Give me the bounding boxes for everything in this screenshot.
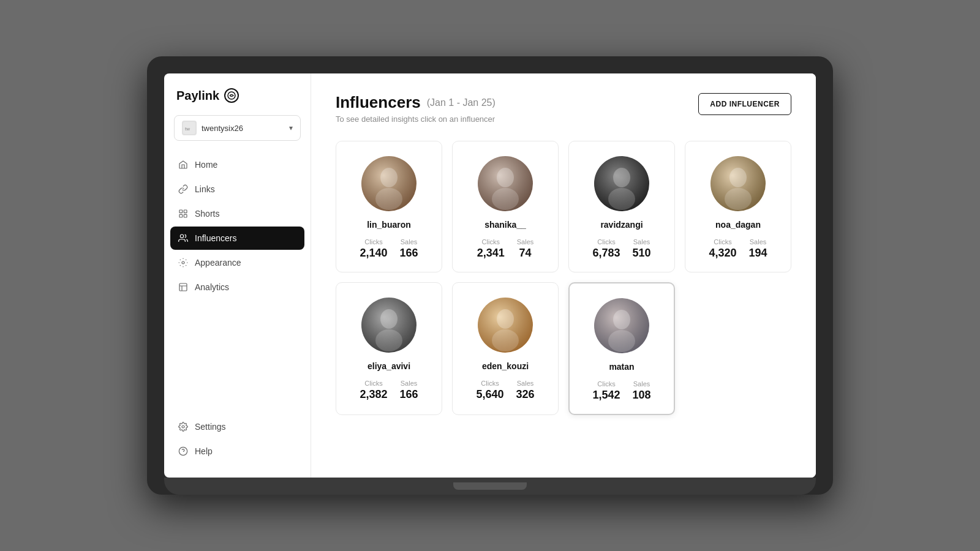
svg-text:tw: tw xyxy=(185,126,190,132)
influencer-avatar xyxy=(361,298,417,353)
date-range: (Jan 1 - Jan 25) xyxy=(427,97,496,108)
clicks-label: Clicks xyxy=(364,380,382,387)
svg-point-28 xyxy=(497,309,514,329)
influencer-name: ravidzangi xyxy=(600,220,643,230)
appearance-icon xyxy=(178,257,189,268)
influencer-stats: Clicks 1,542 Sales 108 xyxy=(579,380,664,402)
sidebar-item-appearance[interactable]: Appearance xyxy=(170,251,304,274)
influencer-name: matan xyxy=(609,362,634,372)
clicks-value: 2,140 xyxy=(360,247,387,260)
sidebar: Paylink tw twentysix26 ▾ xyxy=(164,73,311,478)
page-subtitle: To see detailed insights click on an inf… xyxy=(336,114,496,124)
clicks-stat: Clicks 2,341 xyxy=(477,238,505,260)
clicks-value: 2,382 xyxy=(360,388,387,401)
add-influencer-button[interactable]: ADD INFLUENCER xyxy=(698,93,791,115)
sales-stat: Sales 326 xyxy=(516,380,535,401)
influencer-name: lin_buaron xyxy=(367,220,411,230)
influencer-card[interactable]: matan Clicks 1,542 Sales 108 xyxy=(568,282,675,415)
chevron-down-icon: ▾ xyxy=(289,124,293,132)
influencer-card[interactable]: eliya_avivi Clicks 2,382 Sales 166 xyxy=(336,282,442,415)
influencer-avatar xyxy=(594,156,649,211)
svg-point-7 xyxy=(180,234,183,238)
sidebar-item-settings[interactable]: Settings xyxy=(170,415,304,438)
svg-point-17 xyxy=(492,188,519,210)
influencer-stats: Clicks 4,320 Sales 194 xyxy=(695,238,781,260)
logo-icon xyxy=(224,88,239,103)
sales-value: 166 xyxy=(400,388,418,401)
sidebar-bottom: Settings Help xyxy=(164,415,311,463)
sales-label: Sales xyxy=(750,238,767,246)
sales-stat: Sales 108 xyxy=(633,380,651,402)
grid-icon xyxy=(178,208,189,219)
sidebar-item-help[interactable]: Help xyxy=(170,440,304,463)
svg-rect-6 xyxy=(184,214,187,217)
sales-value: 510 xyxy=(633,247,651,260)
influencer-card[interactable]: eden_kouzi Clicks 5,640 Sales 326 xyxy=(452,282,559,415)
sales-stat: Sales 166 xyxy=(400,238,418,260)
influencer-card[interactable]: lin_buaron Clicks 2,140 Sales 166 xyxy=(336,141,442,272)
sales-value: 166 xyxy=(400,247,418,260)
sales-stat: Sales 510 xyxy=(633,238,651,260)
svg-rect-4 xyxy=(184,210,187,213)
influencer-card[interactable]: ravidzangi Clicks 6,783 Sales 510 xyxy=(568,141,675,272)
main-content: Influencers (Jan 1 - Jan 25) To see deta… xyxy=(311,73,816,478)
sales-value: 74 xyxy=(519,247,532,260)
logo: Paylink xyxy=(164,88,311,115)
users-icon xyxy=(178,233,189,244)
page-title: Influencers (Jan 1 - Jan 25) xyxy=(336,93,496,112)
influencer-card[interactable]: noa_dagan Clicks 4,320 Sales 194 xyxy=(685,141,791,272)
sidebar-item-shorts-label: Shorts xyxy=(195,209,219,219)
sidebar-item-analytics[interactable]: Analytics xyxy=(170,276,304,299)
svg-point-14 xyxy=(375,188,402,210)
influencer-stats: Clicks 2,382 Sales 166 xyxy=(346,380,432,401)
svg-point-31 xyxy=(613,310,630,329)
sidebar-item-home[interactable]: Home xyxy=(170,153,304,176)
influencer-stats: Clicks 6,783 Sales 510 xyxy=(579,238,665,260)
sidebar-item-home-label: Home xyxy=(195,160,217,170)
page-title-text: Influencers xyxy=(336,93,421,112)
svg-point-22 xyxy=(729,168,747,187)
influencer-name: shanika__ xyxy=(484,220,526,230)
sidebar-item-links[interactable]: Links xyxy=(170,178,304,201)
svg-point-25 xyxy=(380,309,398,329)
influencer-name: noa_dagan xyxy=(715,220,761,230)
account-selector[interactable]: tw twentysix26 ▾ xyxy=(174,115,301,141)
sales-label: Sales xyxy=(517,238,534,246)
svg-point-11 xyxy=(179,447,187,455)
sidebar-item-influencers[interactable]: Influencers xyxy=(170,227,304,250)
influencer-stats: Clicks 2,140 Sales 166 xyxy=(346,238,432,260)
influencer-name: eliya_avivi xyxy=(368,361,410,371)
account-name: twentysix26 xyxy=(202,124,284,133)
sales-stat: Sales 194 xyxy=(749,238,767,260)
sidebar-item-shorts[interactable]: Shorts xyxy=(170,202,304,225)
main-nav: Home Links Shorts xyxy=(164,153,311,299)
sales-value: 326 xyxy=(516,388,535,401)
influencer-card[interactable]: shanika__ Clicks 2,341 Sales 74 xyxy=(452,141,559,272)
svg-point-8 xyxy=(182,261,184,264)
svg-point-32 xyxy=(608,330,635,352)
svg-rect-5 xyxy=(179,214,183,217)
influencer-avatar xyxy=(594,298,649,353)
clicks-value: 4,320 xyxy=(709,247,736,260)
link-icon xyxy=(178,184,189,195)
influencer-stats: Clicks 2,341 Sales 74 xyxy=(462,238,548,260)
influencer-avatar xyxy=(710,156,766,211)
app-name: Paylink xyxy=(176,89,219,103)
clicks-stat: Clicks 5,640 xyxy=(476,380,503,401)
sidebar-item-influencers-label: Influencers xyxy=(195,233,236,243)
svg-point-29 xyxy=(492,329,519,351)
clicks-stat: Clicks 2,140 xyxy=(360,238,387,260)
svg-point-23 xyxy=(725,188,752,210)
clicks-value: 2,341 xyxy=(477,247,505,260)
clicks-stat: Clicks 1,542 xyxy=(592,380,620,402)
clicks-label: Clicks xyxy=(597,380,615,388)
page-title-block: Influencers (Jan 1 - Jan 25) To see deta… xyxy=(336,93,496,124)
sales-label: Sales xyxy=(517,380,534,387)
settings-icon xyxy=(178,421,189,432)
sidebar-item-analytics-label: Analytics xyxy=(195,282,229,292)
sales-value: 194 xyxy=(749,247,767,260)
clicks-label: Clicks xyxy=(364,238,382,246)
influencer-stats: Clicks 5,640 Sales 326 xyxy=(462,380,548,401)
clicks-value: 6,783 xyxy=(592,247,620,260)
help-icon xyxy=(178,446,189,457)
